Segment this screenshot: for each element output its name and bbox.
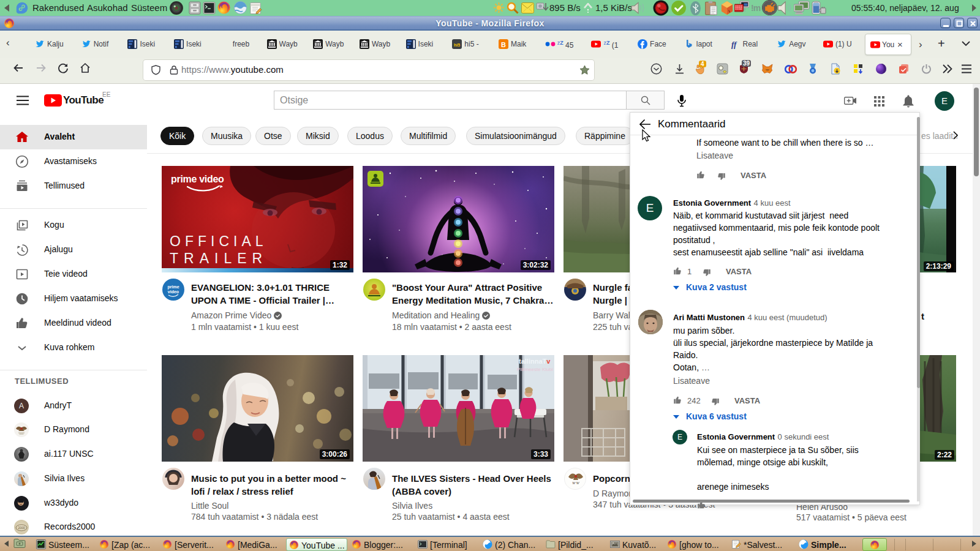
svg-text:video: video	[168, 290, 179, 294]
svg-text:W·W: W·W	[572, 481, 579, 485]
svg-text:hi5: hi5	[454, 43, 460, 47]
svg-text:tallinnaTv: tallinnaTv	[519, 358, 551, 365]
svg-text:B: B	[501, 41, 506, 48]
svg-text:Pillimeeste Klubi: Pillimeeste Klubi	[517, 367, 553, 372]
svg-text:prime: prime	[167, 285, 179, 290]
svg-text:2000: 2000	[18, 526, 24, 530]
svg-text:ff: ff	[731, 40, 737, 49]
